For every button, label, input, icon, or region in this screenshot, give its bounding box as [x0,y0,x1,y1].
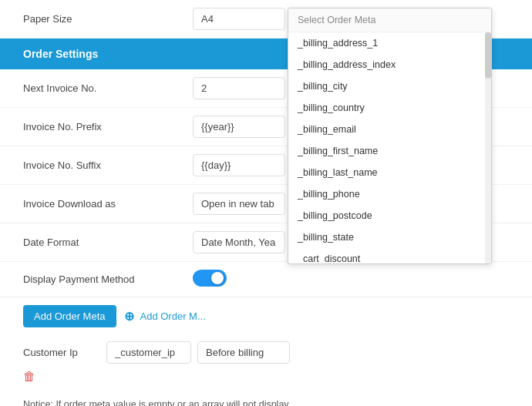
invoice-prefix-input[interactable] [193,116,285,138]
dropdown-item[interactable]: _billing_address_1 [288,32,491,54]
order-settings-title: Order Settings [23,48,98,60]
dropdown-item[interactable]: _billing_email [288,119,491,140]
scrollbar-track [485,32,491,263]
date-format-select[interactable]: Date Month, Yea [193,231,285,253]
dropdown-item[interactable]: _cart_discount [288,248,491,263]
toggle-thumb [211,272,224,284]
display-payment-toggle-wrapper [193,270,227,289]
add-order-meta-row: Add Order Meta ⊕ Add Order M... [0,297,532,335]
add-order-meta-link[interactable]: ⊕ Add Order M... [124,309,206,324]
dropdown-item[interactable]: _billing_city [288,75,491,97]
add-order-meta-button[interactable]: Add Order Meta [23,305,116,327]
invoice-suffix-label: Invoice No. Suffix [23,159,193,171]
add-order-meta-link-text: Add Order M... [140,310,206,322]
paper-size-label: Paper Size [23,13,193,25]
customer-ip-field[interactable] [106,341,191,364]
before-billing-select[interactable]: Before billing [197,341,290,364]
dropdown-item[interactable]: _billing_address_index [288,54,491,75]
customer-ip-label: Customer Ip [23,347,100,358]
display-payment-toggle[interactable] [193,270,227,287]
notice-text: Notice: If order meta value is empty or … [23,399,291,406]
next-invoice-input[interactable] [193,77,285,99]
display-payment-label: Display Payment Method [23,273,193,285]
plus-icon: ⊕ [124,309,134,324]
paper-size-input[interactable] [193,8,285,30]
date-format-input-wrapper: Date Month, Yea [193,231,285,253]
dropdown-item[interactable]: _billing_country [288,97,491,119]
dropdown-list[interactable]: _billing_address_1_billing_address_index… [288,32,491,263]
next-invoice-input-wrapper [193,77,285,99]
paper-size-input-wrapper [193,8,285,30]
trash-icon-row: 🗑 [0,370,532,390]
invoice-suffix-input[interactable] [193,154,285,176]
dropdown-item[interactable]: _billing_state [288,226,491,248]
next-invoice-label: Next Invoice No. [23,82,193,94]
trash-icon[interactable]: 🗑 [23,370,35,383]
dropdown-overlay: Select Order Meta _billing_address_1_bil… [288,8,492,264]
invoice-download-label: Invoice Download as [23,198,193,210]
date-format-label: Date Format [23,237,193,248]
dropdown-header: Select Order Meta [288,8,491,32]
dropdown-item[interactable]: _billing_last_name [288,162,491,183]
customer-ip-row: Customer Ip Before billing [0,335,532,370]
dropdown-item[interactable]: _billing_postcode [288,205,491,226]
invoice-download-input-wrapper: Open in new tab [193,193,285,215]
invoice-download-select[interactable]: Open in new tab [193,193,285,215]
display-payment-row: Display Payment Method [0,262,532,297]
scrollbar-thumb[interactable] [485,32,491,79]
notice-row: Notice: If order meta value is empty or … [0,390,324,406]
dropdown-item[interactable]: _billing_first_name [288,140,491,162]
settings-wrapper: Paper Size Order Settings Next Invoice N… [0,0,532,406]
invoice-prefix-input-wrapper [193,116,285,138]
invoice-prefix-label: Invoice No. Prefix [23,121,193,133]
invoice-suffix-input-wrapper [193,154,285,176]
dropdown-item[interactable]: _billing_phone [288,183,491,205]
